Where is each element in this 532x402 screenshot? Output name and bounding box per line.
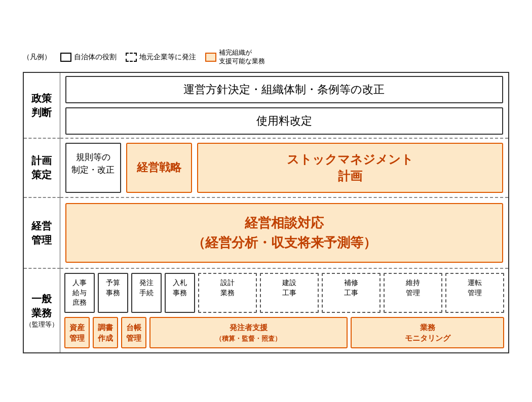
legend-dashed-item: 地元企業等に発注 — [126, 53, 196, 62]
ippan-box-nyusatsu: 入札事務 — [165, 273, 195, 313]
ippan-top-row: 人事給与庶務 予算事務 発注手続 入札事務 設計業務 建設工事 補修工事 維持管… — [64, 273, 505, 313]
label-keikaku: 計画 策定 — [23, 138, 60, 197]
ippan-box-jinji: 人事給与庶務 — [64, 273, 95, 313]
keikaku-inner: 規則等の 制定・改正 経営戦略 ストックマネジメント 計画 — [65, 143, 504, 193]
row-keiei: 経営 管理 経営相談対応 （経営分析・収支将来予測等） — [23, 197, 509, 268]
keikaku-solid-box: 規則等の 制定・改正 — [65, 143, 121, 193]
keiei-main-box: 経営相談対応 （経営分析・収支将来予測等） — [65, 203, 504, 263]
ippan-box-unten: 運転管理 — [445, 273, 504, 313]
keikaku-orange-box1: 経営戦略 — [126, 143, 192, 193]
keikaku-orange-box2: ストックマネジメント 計画 — [197, 143, 504, 193]
ippan-orange-dacho: 台帳管理 — [121, 317, 146, 348]
legend-solid-box — [60, 53, 71, 62]
row-seisaku: 政策 判断 運営方針決定・組織体制・条例等の改正 使用料改定 — [23, 72, 509, 138]
ippan-box-hoshu: 補修工事 — [322, 273, 381, 313]
legend-orange-box — [205, 53, 216, 62]
content-keiei: 経営相談対応 （経営分析・収支将来予測等） — [60, 197, 509, 268]
seisaku-box2: 使用料改定 — [65, 107, 504, 135]
legend-solid-item: 自治体の役割 — [60, 53, 117, 62]
diagram-container: （凡例） 自治体の役割 地元企業等に発注 補完組織が 支援可能な業務 政策 判断… — [18, 44, 514, 358]
label-ippan: 一般 業務 （監理等） — [23, 268, 60, 353]
row-ippan: 一般 業務 （監理等） 人事給与庶務 予算事務 発注手続 入札事務 設計業務 建… — [23, 268, 509, 353]
ippan-bottom-row: 資産管理 調書作成 台帳管理 発注者支援（積算・監督・照査） 業務モニタリング — [64, 317, 505, 348]
ippan-box-hatchu: 発注手続 — [131, 273, 162, 313]
ippan-orange-shisan: 資産管理 — [64, 317, 90, 348]
legend: （凡例） 自治体の役割 地元企業等に発注 補完組織が 支援可能な業務 — [23, 49, 509, 66]
label-keiei: 経営 管理 — [23, 197, 60, 268]
legend-solid-label: 自治体の役割 — [74, 53, 117, 62]
content-seisaku: 運営方針決定・組織体制・条例等の改正 使用料改定 — [60, 72, 509, 138]
ippan-box-iji: 維持管理 — [384, 273, 442, 313]
row-keikaku: 計画 策定 規則等の 制定・改正 経営戦略 ストックマネジメント 計画 — [23, 138, 509, 197]
ippan-box-yosan: 予算事務 — [98, 273, 128, 313]
legend-dashed-label: 地元企業等に発注 — [139, 53, 196, 62]
content-keikaku: 規則等の 制定・改正 経営戦略 ストックマネジメント 計画 — [60, 138, 509, 197]
ippan-orange-hatchu-shien: 発注者支援（積算・監督・照査） — [149, 317, 348, 348]
ippan-box-kensetsu: 建設工事 — [260, 273, 319, 313]
main-table: 政策 判断 運営方針決定・組織体制・条例等の改正 使用料改定 計画 策定 規則等… — [23, 72, 509, 353]
legend-dashed-box — [126, 53, 137, 62]
legend-orange-note: 補完組織が 支援可能な業務 — [219, 49, 265, 66]
ippan-orange-monitoring: 業務モニタリング — [351, 317, 504, 348]
label-seisaku: 政策 判断 — [23, 72, 60, 138]
legend-paren: （凡例） — [23, 53, 51, 62]
ippan-box-sekkei: 設計業務 — [198, 273, 257, 313]
content-ippan: 人事給与庶務 予算事務 発注手続 入札事務 設計業務 建設工事 補修工事 維持管… — [60, 268, 509, 353]
legend-orange-item: 補完組織が 支援可能な業務 — [205, 49, 265, 66]
seisaku-box1: 運営方針決定・組織体制・条例等の改正 — [65, 76, 504, 103]
ippan-orange-chosho: 調書作成 — [93, 317, 118, 348]
